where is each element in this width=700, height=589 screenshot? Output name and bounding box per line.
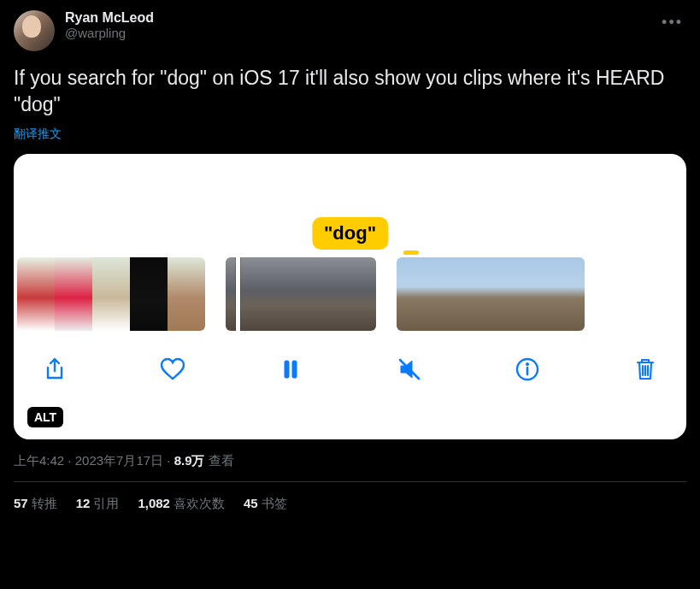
search-tag: "dog" — [312, 217, 388, 250]
share-button[interactable] — [38, 352, 72, 386]
svg-point-4 — [526, 362, 528, 365]
media-toolbar — [14, 333, 686, 386]
clip-3[interactable] — [397, 257, 585, 331]
more-icon[interactable]: ••• — [658, 10, 686, 35]
translate-link[interactable]: 翻译推文 — [14, 127, 62, 142]
pause-button[interactable] — [274, 352, 308, 386]
frame — [130, 257, 168, 331]
frame — [17, 257, 55, 331]
frame — [338, 257, 376, 331]
frame — [472, 257, 509, 331]
info-button[interactable] — [510, 352, 544, 386]
frame — [397, 257, 434, 331]
search-tag-tick — [403, 250, 419, 255]
likes-stat[interactable]: 1,082喜欢次数 — [138, 496, 225, 512]
handle: @warpling — [65, 26, 648, 40]
views-count: 8.9万 — [174, 453, 205, 468]
tweet-stats: 57转推 12引用 1,082喜欢次数 45书签 — [14, 482, 686, 526]
delete-button[interactable] — [628, 352, 662, 386]
display-name: Ryan McLeod — [65, 10, 648, 26]
frame — [547, 257, 585, 331]
media-top: "dog" — [14, 154, 686, 255]
tweet-container: Ryan McLeod @warpling ••• If you search … — [0, 0, 700, 526]
filmstrip — [14, 255, 686, 333]
alt-badge[interactable]: ALT — [27, 407, 63, 427]
retweets-stat[interactable]: 57转推 — [14, 496, 57, 512]
quotes-stat[interactable]: 12引用 — [76, 496, 120, 512]
frame — [55, 257, 92, 331]
tweet-meta: 上午4:42 · 2023年7月17日 · 8.9万 查看 — [14, 453, 686, 469]
frame — [226, 257, 263, 331]
frame — [509, 257, 547, 331]
clip-2[interactable] — [226, 257, 376, 331]
frame — [301, 257, 338, 331]
pause-icon — [277, 356, 304, 383]
speaker-muted-icon — [396, 356, 423, 383]
trash-icon — [632, 356, 659, 383]
frame — [168, 257, 205, 331]
like-button[interactable] — [156, 352, 190, 386]
author-names[interactable]: Ryan McLeod @warpling — [65, 10, 648, 40]
share-icon — [41, 356, 68, 383]
playhead[interactable] — [236, 257, 240, 331]
avatar[interactable] — [14, 10, 55, 51]
clip-1[interactable] — [17, 257, 205, 331]
info-icon — [514, 356, 541, 383]
frame — [263, 257, 301, 331]
bookmarks-stat[interactable]: 45书签 — [244, 496, 287, 512]
frame — [434, 257, 472, 331]
views-label: 查看 — [205, 453, 234, 468]
tweet-text: If you search for "dog" on iOS 17 it'll … — [14, 65, 686, 118]
tweet-header: Ryan McLeod @warpling ••• — [14, 10, 686, 51]
mute-button[interactable] — [392, 352, 426, 386]
media-card[interactable]: "dog" — [14, 154, 686, 439]
tweet-time[interactable]: 上午4:42 — [14, 453, 64, 468]
svg-rect-1 — [292, 361, 297, 378]
frame — [92, 257, 130, 331]
svg-rect-0 — [285, 361, 289, 378]
tweet-date[interactable]: 2023年7月17日 — [75, 453, 163, 468]
heart-icon — [159, 356, 186, 383]
